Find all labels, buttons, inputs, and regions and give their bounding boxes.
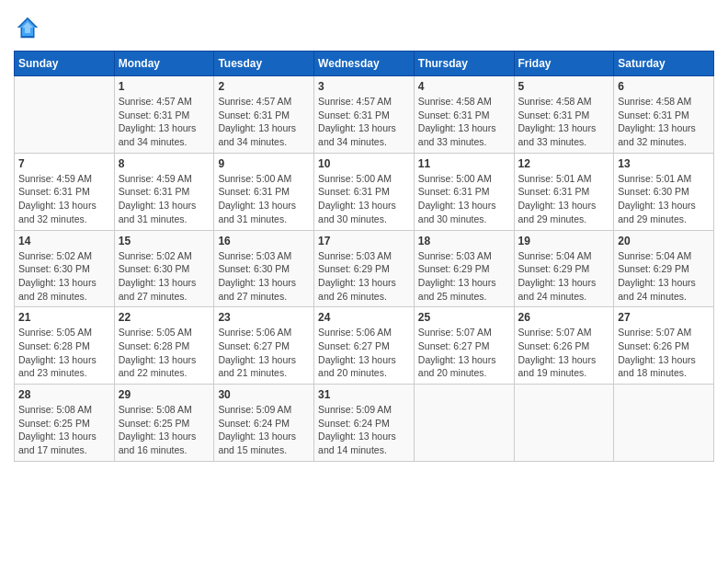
calendar-cell: 3Sunrise: 4:57 AM Sunset: 6:31 PM Daylig…	[314, 76, 415, 154]
header-saturday: Saturday	[614, 52, 714, 76]
calendar-cell: 18Sunrise: 5:03 AM Sunset: 6:29 PM Dayli…	[414, 230, 514, 307]
day-number: 21	[18, 311, 110, 324]
calendar-cell: 28Sunrise: 5:08 AM Sunset: 6:25 PM Dayli…	[15, 385, 115, 462]
day-number: 13	[618, 157, 710, 170]
calendar-cell: 30Sunrise: 5:09 AM Sunset: 6:24 PM Dayli…	[214, 385, 314, 462]
day-info: Sunrise: 4:58 AM Sunset: 6:31 PM Dayligh…	[418, 95, 510, 149]
header-wednesday: Wednesday	[314, 52, 415, 76]
day-number: 12	[518, 157, 610, 170]
day-number: 30	[218, 388, 310, 401]
calendar-header: SundayMondayTuesdayWednesdayThursdayFrid…	[15, 52, 714, 76]
day-info: Sunrise: 5:07 AM Sunset: 6:26 PM Dayligh…	[618, 326, 710, 380]
week-row-2: 7Sunrise: 4:59 AM Sunset: 6:31 PM Daylig…	[15, 153, 714, 230]
day-info: Sunrise: 4:59 AM Sunset: 6:31 PM Dayligh…	[119, 172, 210, 226]
week-row-4: 21Sunrise: 5:05 AM Sunset: 6:28 PM Dayli…	[15, 307, 714, 385]
header-monday: Monday	[114, 52, 214, 76]
day-number: 18	[418, 235, 510, 247]
day-info: Sunrise: 5:01 AM Sunset: 6:30 PM Dayligh…	[618, 172, 710, 226]
calendar-cell	[15, 76, 115, 154]
calendar-cell: 5Sunrise: 4:58 AM Sunset: 6:31 PM Daylig…	[514, 76, 614, 154]
calendar-cell: 11Sunrise: 5:00 AM Sunset: 6:31 PM Dayli…	[414, 153, 514, 230]
calendar-cell: 21Sunrise: 5:05 AM Sunset: 6:28 PM Dayli…	[15, 307, 115, 385]
week-row-5: 28Sunrise: 5:08 AM Sunset: 6:25 PM Dayli…	[15, 385, 714, 462]
calendar-cell: 19Sunrise: 5:04 AM Sunset: 6:29 PM Dayli…	[514, 230, 614, 307]
calendar-cell: 25Sunrise: 5:07 AM Sunset: 6:27 PM Dayli…	[414, 307, 514, 385]
day-info: Sunrise: 5:03 AM Sunset: 6:29 PM Dayligh…	[318, 249, 410, 304]
calendar-cell	[514, 385, 614, 462]
calendar-cell: 23Sunrise: 5:06 AM Sunset: 6:27 PM Dayli…	[214, 307, 314, 385]
day-info: Sunrise: 5:07 AM Sunset: 6:26 PM Dayligh…	[518, 326, 610, 380]
header-sunday: Sunday	[15, 52, 115, 76]
calendar-cell	[614, 385, 714, 462]
calendar-body: 1Sunrise: 4:57 AM Sunset: 6:31 PM Daylig…	[15, 76, 714, 462]
calendar-cell: 12Sunrise: 5:01 AM Sunset: 6:31 PM Dayli…	[514, 153, 614, 230]
day-number: 3	[318, 80, 410, 93]
day-number: 14	[18, 235, 110, 247]
day-info: Sunrise: 4:57 AM Sunset: 6:31 PM Dayligh…	[218, 95, 310, 149]
day-number: 27	[618, 311, 710, 324]
day-number: 7	[18, 157, 110, 170]
day-number: 9	[218, 157, 310, 170]
day-info: Sunrise: 5:00 AM Sunset: 6:31 PM Dayligh…	[218, 172, 310, 226]
calendar-cell: 13Sunrise: 5:01 AM Sunset: 6:30 PM Dayli…	[614, 153, 714, 230]
day-number: 5	[518, 80, 610, 93]
day-info: Sunrise: 5:03 AM Sunset: 6:29 PM Dayligh…	[418, 249, 510, 304]
calendar-cell: 9Sunrise: 5:00 AM Sunset: 6:31 PM Daylig…	[214, 153, 314, 230]
calendar-cell: 26Sunrise: 5:07 AM Sunset: 6:26 PM Dayli…	[514, 307, 614, 385]
day-info: Sunrise: 4:57 AM Sunset: 6:31 PM Dayligh…	[318, 95, 410, 149]
header-thursday: Thursday	[414, 52, 514, 76]
day-number: 28	[18, 388, 110, 401]
day-info: Sunrise: 5:07 AM Sunset: 6:27 PM Dayligh…	[418, 326, 510, 380]
day-number: 8	[119, 157, 210, 170]
day-info: Sunrise: 5:01 AM Sunset: 6:31 PM Dayligh…	[518, 172, 610, 226]
day-info: Sunrise: 5:09 AM Sunset: 6:24 PM Dayligh…	[318, 403, 410, 457]
calendar-cell: 17Sunrise: 5:03 AM Sunset: 6:29 PM Dayli…	[314, 230, 415, 307]
day-number: 23	[218, 311, 310, 324]
header-friday: Friday	[514, 52, 614, 76]
day-info: Sunrise: 4:58 AM Sunset: 6:31 PM Dayligh…	[518, 95, 610, 149]
day-info: Sunrise: 5:04 AM Sunset: 6:29 PM Dayligh…	[618, 249, 710, 304]
header-row: SundayMondayTuesdayWednesdayThursdayFrid…	[15, 52, 714, 76]
day-info: Sunrise: 5:04 AM Sunset: 6:29 PM Dayligh…	[518, 249, 610, 304]
day-info: Sunrise: 5:05 AM Sunset: 6:28 PM Dayligh…	[119, 326, 210, 380]
day-info: Sunrise: 4:57 AM Sunset: 6:31 PM Dayligh…	[119, 95, 210, 149]
day-number: 17	[318, 235, 410, 247]
day-number: 2	[218, 80, 310, 93]
calendar-cell: 22Sunrise: 5:05 AM Sunset: 6:28 PM Dayli…	[114, 307, 214, 385]
day-number: 22	[119, 311, 210, 324]
day-info: Sunrise: 4:59 AM Sunset: 6:31 PM Dayligh…	[18, 172, 110, 226]
calendar-cell: 14Sunrise: 5:02 AM Sunset: 6:30 PM Dayli…	[15, 230, 115, 307]
calendar-cell: 8Sunrise: 4:59 AM Sunset: 6:31 PM Daylig…	[114, 153, 214, 230]
day-info: Sunrise: 5:09 AM Sunset: 6:24 PM Dayligh…	[218, 403, 310, 457]
page-header	[14, 14, 714, 41]
day-number: 25	[418, 311, 510, 324]
day-info: Sunrise: 5:00 AM Sunset: 6:31 PM Dayligh…	[418, 172, 510, 226]
calendar-cell: 7Sunrise: 4:59 AM Sunset: 6:31 PM Daylig…	[15, 153, 115, 230]
day-info: Sunrise: 5:06 AM Sunset: 6:27 PM Dayligh…	[218, 326, 310, 380]
calendar-cell: 24Sunrise: 5:06 AM Sunset: 6:27 PM Dayli…	[314, 307, 415, 385]
day-number: 24	[318, 311, 410, 324]
week-row-1: 1Sunrise: 4:57 AM Sunset: 6:31 PM Daylig…	[15, 76, 714, 154]
day-number: 6	[618, 80, 710, 93]
day-number: 16	[218, 235, 310, 247]
day-info: Sunrise: 5:08 AM Sunset: 6:25 PM Dayligh…	[119, 403, 210, 457]
day-number: 11	[418, 157, 510, 170]
calendar-cell: 15Sunrise: 5:02 AM Sunset: 6:30 PM Dayli…	[114, 230, 214, 307]
week-row-3: 14Sunrise: 5:02 AM Sunset: 6:30 PM Dayli…	[15, 230, 714, 307]
day-number: 26	[518, 311, 610, 324]
day-info: Sunrise: 5:03 AM Sunset: 6:30 PM Dayligh…	[218, 249, 310, 304]
calendar-cell: 27Sunrise: 5:07 AM Sunset: 6:26 PM Dayli…	[614, 307, 714, 385]
day-number: 4	[418, 80, 510, 93]
day-info: Sunrise: 5:00 AM Sunset: 6:31 PM Dayligh…	[318, 172, 410, 226]
calendar-cell: 29Sunrise: 5:08 AM Sunset: 6:25 PM Dayli…	[114, 385, 214, 462]
day-number: 31	[318, 388, 410, 401]
day-info: Sunrise: 5:06 AM Sunset: 6:27 PM Dayligh…	[318, 326, 410, 380]
day-number: 29	[119, 388, 210, 401]
day-info: Sunrise: 5:08 AM Sunset: 6:25 PM Dayligh…	[18, 403, 110, 457]
calendar-cell: 1Sunrise: 4:57 AM Sunset: 6:31 PM Daylig…	[114, 76, 214, 154]
header-tuesday: Tuesday	[214, 52, 314, 76]
logo[interactable]	[14, 14, 45, 41]
day-info: Sunrise: 5:05 AM Sunset: 6:28 PM Dayligh…	[18, 326, 110, 380]
calendar-cell: 31Sunrise: 5:09 AM Sunset: 6:24 PM Dayli…	[314, 385, 415, 462]
calendar-table: SundayMondayTuesdayWednesdayThursdayFrid…	[14, 51, 714, 462]
